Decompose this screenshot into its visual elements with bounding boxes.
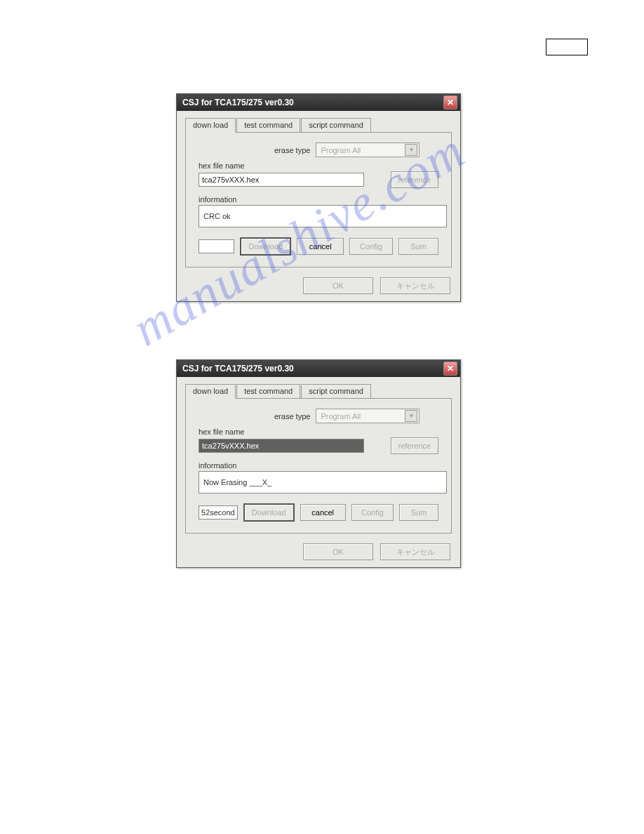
sum-button[interactable]: Sum [399, 504, 438, 521]
window-title: CSJ for TCA175/275 ver0.30 [182, 98, 294, 107]
hex-file-input[interactable]: tca275vXXX.hex [199, 439, 364, 453]
erase-type-value: Program All [321, 412, 361, 421]
tab-script-command[interactable]: script command [301, 118, 371, 132]
close-icon[interactable]: ✕ [443, 95, 457, 110]
erase-type-label: erase type [274, 412, 310, 421]
information-field: Now Erasing ___X_ [199, 471, 447, 494]
information-label: information [199, 461, 438, 470]
tab-download[interactable]: down load [185, 118, 236, 133]
sum-button[interactable]: Sum [398, 238, 438, 255]
erase-type-combo[interactable]: Program All ▼ [316, 409, 420, 423]
window-title: CSJ for TCA175/275 ver0.30 [182, 364, 294, 373]
titlebar[interactable]: CSJ for TCA175/275 ver0.30 ✕ [177, 360, 460, 377]
tab-container: down load test command script command er… [177, 377, 460, 538]
tab-panel: erase type Program All ▼ hex file name t… [185, 399, 452, 534]
dialog-footer: OK キャンセル [177, 538, 460, 567]
cancel-button[interactable]: cancel [300, 504, 346, 521]
hex-file-label: hex file name [199, 161, 438, 170]
config-button[interactable]: Config [351, 504, 394, 521]
information-field: CRC ok [199, 205, 447, 227]
close-icon[interactable]: ✕ [443, 362, 457, 376]
time-field [199, 239, 234, 253]
reference-button[interactable]: reference [391, 171, 438, 188]
tab-strip: down load test command script command [185, 384, 452, 399]
page-corner-box [546, 39, 588, 55]
hex-file-input[interactable]: tca275vXXX.hex [199, 173, 364, 187]
tab-container: down load test command script command er… [177, 111, 460, 272]
tab-strip: down load test command script command [185, 118, 452, 133]
tab-test-command[interactable]: test command [236, 384, 300, 398]
cancel-dialog-button[interactable]: キャンセル [380, 277, 450, 294]
csj-dialog-2: CSJ for TCA175/275 ver0.30 ✕ down load t… [176, 359, 461, 568]
reference-button[interactable]: reference [391, 437, 438, 454]
tab-download[interactable]: down load [185, 384, 236, 399]
tab-test-command[interactable]: test command [236, 118, 300, 132]
chevron-down-icon[interactable]: ▼ [405, 144, 417, 156]
download-button[interactable]: Download [240, 237, 291, 256]
tab-panel: erase type Program All ▼ hex file name t… [185, 133, 452, 267]
csj-dialog-1: CSJ for TCA175/275 ver0.30 ✕ down load t… [176, 93, 461, 302]
time-field: 52second [199, 505, 238, 519]
cancel-dialog-button[interactable]: キャンセル [380, 543, 450, 560]
erase-type-label: erase type [274, 146, 310, 154]
ok-button[interactable]: OK [303, 277, 373, 294]
chevron-down-icon[interactable]: ▼ [405, 410, 417, 422]
tab-script-command[interactable]: script command [301, 384, 371, 398]
ok-button[interactable]: OK [303, 543, 373, 560]
dialog-footer: OK キャンセル [177, 272, 460, 301]
erase-type-value: Program All [321, 146, 361, 154]
download-button[interactable]: Download [243, 503, 295, 522]
titlebar[interactable]: CSJ for TCA175/275 ver0.30 ✕ [177, 94, 460, 111]
information-label: information [199, 195, 438, 204]
erase-type-combo[interactable]: Program All ▼ [316, 143, 420, 157]
hex-file-label: hex file name [199, 428, 438, 436]
cancel-button[interactable]: cancel [297, 238, 344, 255]
config-button[interactable]: Config [349, 238, 393, 255]
